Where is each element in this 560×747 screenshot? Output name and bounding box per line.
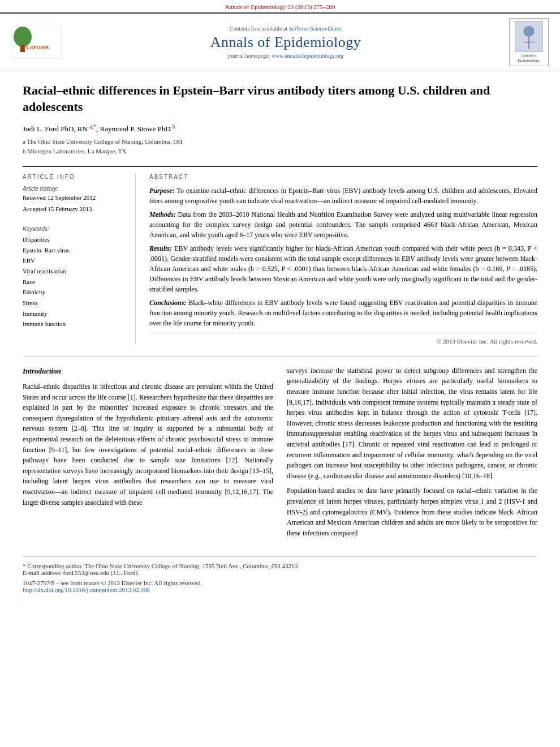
keyword-item: Viral reactivation	[23, 266, 126, 277]
affiliation-b: b Microgen Laboratories, La Marque, TX	[23, 147, 537, 157]
abstract-methods: Methods: Data from the 2003–2010 Nationa…	[149, 209, 537, 240]
footnote-area: * Corresponding author. The Ohio State U…	[23, 556, 537, 593]
abstract-panel: ABSTRACT Purpose: To examine racial–ethn…	[149, 174, 537, 345]
journal-title: Annals of Epidemiology	[68, 34, 503, 51]
svg-point-1	[14, 27, 32, 47]
abstract-heading: ABSTRACT	[149, 174, 537, 180]
article-info-panel: ARTICLE INFO Article history: Received 1…	[23, 174, 136, 345]
keyword-item: Disparities	[23, 234, 126, 245]
svg-text:ELSEVIER: ELSEVIER	[24, 45, 49, 50]
intro-col1-text: Racial–ethnic disparities in infectious …	[23, 381, 273, 508]
affiliation-a: a The Ohio State University College of N…	[23, 137, 537, 147]
footnote-doi[interactable]: http://dx.doi.org/10.1016/j.annepidem.20…	[23, 586, 537, 593]
abstract-results: Results: EBV antibody levels were signif…	[149, 243, 537, 294]
svg-point-5	[523, 26, 534, 37]
sciverse-link[interactable]: SciVerse ScienceDirect	[289, 25, 342, 32]
body-columns: Introduction Racial–ethnic disparities i…	[23, 366, 537, 543]
intro-col2-text: surveys increase the statistical power t…	[287, 366, 537, 539]
abstract-text: Purpose: To examine racial–ethnic differ…	[149, 186, 537, 328]
keyword-item: Race	[23, 277, 126, 287]
keywords-label: Keywords:	[23, 226, 126, 232]
journal-homepage: journal homepage: www.annalsofepidemiolo…	[68, 53, 503, 59]
sciverse-line: Contents lists available at SciVerse Sci…	[68, 25, 503, 32]
citation-bar: Annals of Epidemiology 23 (2013) 275–280	[0, 0, 560, 12]
footnote-corresponding: * Corresponding author. The Ohio State U…	[23, 563, 537, 569]
body-col-left: Introduction Racial–ethnic disparities i…	[23, 366, 273, 543]
keywords-list: DisparitiesEpstein–Barr virusEBVViral re…	[23, 234, 126, 329]
body-paragraph: surveys increase the statistical power t…	[287, 366, 537, 482]
info-abstract-section: ARTICLE INFO Article history: Received 1…	[23, 166, 537, 345]
main-content: Racial–ethnic differences in Epstein–Bar…	[0, 71, 560, 604]
cover-title: Annals of Epidemiology	[512, 53, 546, 63]
abstract-purpose: Purpose: To examine racial–ethnic differ…	[149, 186, 537, 206]
received-date: Received 12 September 2012	[23, 194, 126, 201]
affiliations: a The Ohio State University College of N…	[23, 137, 537, 157]
keyword-item: Immune function	[23, 319, 126, 329]
journal-cover: Annals of Epidemiology	[509, 18, 549, 66]
intro-title: Introduction	[23, 366, 273, 377]
copyright-line: © 2013 Elsevier Inc. All rights reserved…	[149, 333, 537, 345]
footnote-email: E-mail address: ford.553@osu.edu (J.L. F…	[23, 569, 537, 576]
abstract-conclusions: Conclusions: Black–white differences in …	[149, 298, 537, 328]
article-info-heading: ARTICLE INFO	[23, 174, 126, 180]
body-paragraph: Population-based studies to date have pr…	[287, 486, 537, 538]
journal-header: ELSEVIER Contents lists available at Sci…	[0, 12, 560, 71]
cover-box: Annals of Epidemiology	[509, 18, 549, 66]
author-ford: Jodi L. Ford PhD, RN a,*, Raymond P. Sto…	[23, 124, 175, 133]
keyword-item: Stress	[23, 298, 126, 308]
section-divider	[23, 356, 537, 357]
keyword-item: Immunity	[23, 308, 126, 319]
keyword-item: Ethnicity	[23, 287, 126, 298]
keyword-item: EBV	[23, 255, 126, 266]
keyword-item: Epstein–Barr virus	[23, 245, 126, 256]
accepted-date: Accepted 15 February 2013	[23, 205, 126, 212]
history-label: Article history:	[23, 186, 126, 192]
elsevier-logo: ELSEVIER	[11, 25, 62, 59]
citation-text: Annals of Epidemiology 23 (2013) 275–280	[225, 3, 335, 10]
body-paragraph: Racial–ethnic disparities in infectious …	[23, 381, 273, 508]
authors-line: Jodi L. Ford PhD, RN a,*, Raymond P. Sto…	[23, 123, 537, 133]
cover-icon	[515, 21, 543, 52]
footnote-issn: 1047-2797/$ – see front matter © 2013 El…	[23, 579, 537, 586]
paper-title: Racial–ethnic differences in Epstein–Bar…	[23, 83, 537, 115]
header-center: Contents lists available at SciVerse Sci…	[68, 25, 503, 59]
homepage-url[interactable]: www.annalsofepidemiology.org	[272, 53, 343, 59]
body-col-right: surveys increase the statistical power t…	[287, 366, 537, 543]
